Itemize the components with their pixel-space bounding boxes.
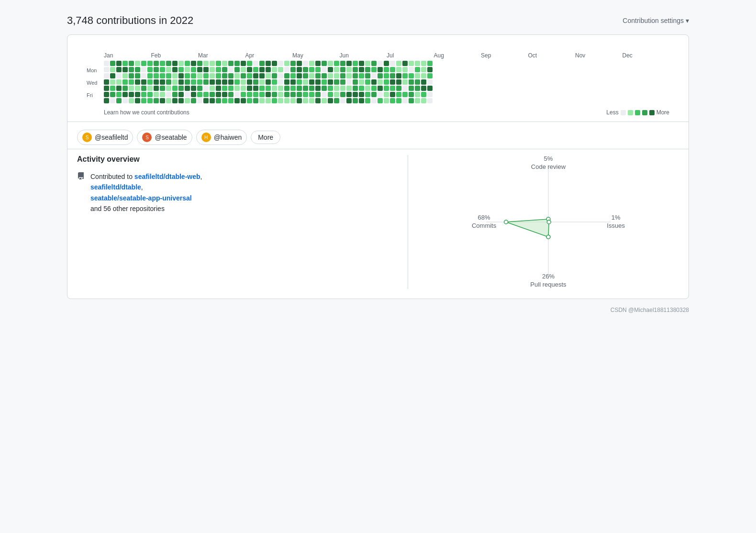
day-cell: [135, 86, 140, 91]
day-cell: [390, 92, 395, 97]
day-cell: [402, 79, 408, 85]
org-filter-button[interactable]: S@seafileltd: [77, 130, 133, 145]
day-cell: [427, 67, 433, 72]
day-cell: [160, 73, 165, 78]
day-cell: [110, 86, 115, 91]
day-cell: [303, 73, 308, 78]
week-column: [353, 61, 358, 103]
day-cell: [216, 98, 221, 103]
day-cell: [396, 86, 401, 91]
day-cell: [135, 79, 140, 85]
day-cell: [365, 98, 370, 103]
day-label: Wed: [87, 79, 101, 86]
day-cell: [178, 98, 184, 103]
day-cell: [365, 61, 370, 66]
week-column: [104, 61, 109, 103]
day-cell: [135, 73, 140, 78]
day-cell: [122, 98, 128, 103]
day-cell: [303, 61, 308, 66]
week-column: [378, 61, 383, 103]
day-cell: [185, 92, 190, 97]
day-cell: [390, 86, 395, 91]
contributions-title: 3,748 contributions in 2022: [67, 14, 193, 27]
day-cell: [402, 61, 408, 66]
day-cell: [266, 73, 271, 78]
day-cell: [290, 86, 296, 91]
day-cell: [359, 92, 364, 97]
day-cell: [409, 79, 414, 85]
day-cell: [290, 92, 296, 97]
day-cell: [154, 61, 159, 66]
org-filter-button[interactable]: H@haiwen: [196, 130, 247, 145]
day-cell: [415, 73, 420, 78]
activity-title: Activity overview: [77, 155, 393, 164]
day-cell: [216, 73, 221, 78]
org-filter-button[interactable]: S@seatable: [137, 130, 192, 145]
day-cell: [328, 86, 333, 91]
day-cell: [421, 86, 426, 91]
day-cell: [147, 92, 153, 97]
day-cell: [191, 61, 196, 66]
day-cell: [371, 79, 377, 85]
day-cell: [409, 92, 414, 97]
day-cell: [371, 86, 377, 91]
day-label: [87, 61, 101, 67]
day-cell: [166, 92, 171, 97]
day-cell: [141, 61, 146, 66]
day-cell: [166, 86, 171, 91]
day-cell: [147, 86, 153, 91]
day-cell: [210, 61, 215, 66]
repo-link-2[interactable]: seafileltd/dtable: [90, 183, 141, 191]
day-cell: [178, 79, 184, 85]
day-cell: [378, 73, 383, 78]
day-cell: [346, 92, 352, 97]
day-cell: [284, 98, 289, 103]
month-label: Nov: [575, 52, 623, 59]
day-cell: [141, 79, 146, 85]
day-cell: [216, 79, 221, 85]
day-cell: [290, 73, 296, 78]
day-cell: [222, 67, 227, 72]
day-cell: [185, 86, 190, 91]
day-cell: [297, 79, 302, 85]
week-column: [266, 61, 271, 103]
repo-link-1[interactable]: seafileltd/dtable-web: [134, 173, 200, 180]
day-cell: [104, 73, 109, 78]
day-cell: [346, 79, 352, 85]
week-column: [110, 61, 115, 103]
day-cell: [247, 79, 252, 85]
day-cell: [104, 92, 109, 97]
contribution-settings-button[interactable]: Contribution settings ▾: [623, 17, 689, 24]
repo-link-3[interactable]: seatable/seatable-app-universal: [90, 194, 192, 202]
day-cell: [278, 79, 283, 85]
day-cell: [116, 79, 122, 85]
day-cell: [253, 98, 258, 103]
day-cell: [222, 92, 227, 97]
week-column: [409, 61, 414, 103]
day-cell: [278, 86, 283, 91]
week-column: [166, 61, 171, 103]
day-cell: [278, 67, 283, 72]
day-cell: [172, 79, 178, 85]
day-cell: [396, 61, 401, 66]
learn-contributions-link[interactable]: Learn how we count contributions: [104, 109, 189, 116]
day-cell: [359, 73, 364, 78]
day-cell: [216, 61, 221, 66]
day-cell: [390, 67, 395, 72]
day-cell: [427, 98, 433, 103]
day-cell: [427, 79, 433, 85]
day-cell: [104, 67, 109, 72]
day-cell: [154, 73, 159, 78]
day-cell: [135, 92, 140, 97]
day-cell: [297, 86, 302, 91]
day-cell: [359, 67, 364, 72]
more-orgs-button[interactable]: More: [251, 131, 280, 144]
header-row: 3,748 contributions in 2022 Contribution…: [67, 14, 689, 27]
day-cell: [203, 67, 209, 72]
day-cell: [185, 98, 190, 103]
day-cell: [290, 61, 296, 66]
day-cell: [390, 79, 395, 85]
day-cell: [266, 79, 271, 85]
day-cell: [147, 73, 153, 78]
week-column: [371, 61, 377, 103]
